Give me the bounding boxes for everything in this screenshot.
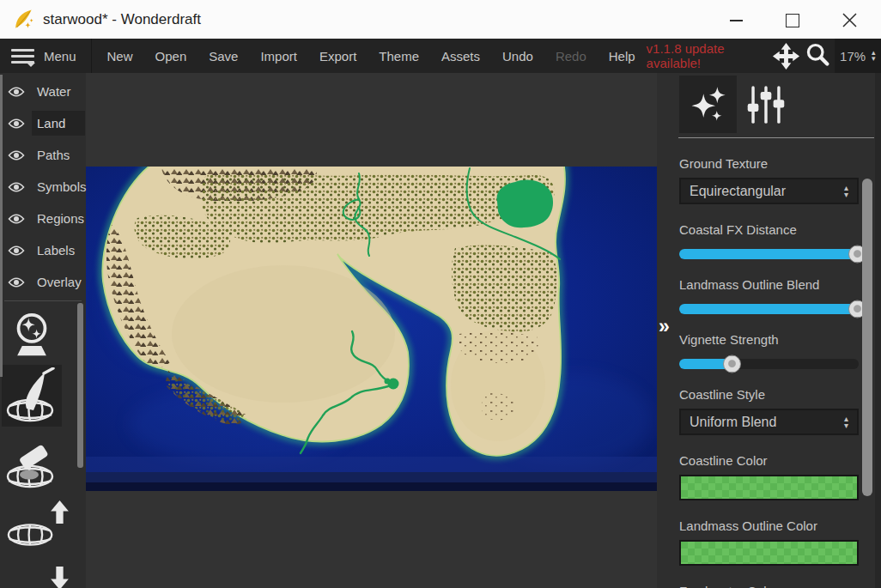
close-button[interactable] — [821, 2, 878, 39]
close-icon — [842, 13, 857, 27]
layer-label: Land — [32, 111, 85, 136]
ground-texture-value: Equirectangular — [690, 184, 786, 199]
settings-tabs — [679, 76, 881, 133]
zoom-tool-button[interactable] — [802, 39, 834, 73]
eye-visibility-icon[interactable] — [8, 245, 25, 257]
coastline-style-label: Coastline Style — [679, 387, 859, 402]
hamburger-icon — [11, 47, 34, 65]
menu-item-undo[interactable]: Undo — [491, 49, 544, 64]
settings-scrollbar[interactable] — [862, 179, 872, 496]
eye-visibility-icon[interactable] — [8, 149, 25, 161]
tab-advanced-sliders[interactable] — [737, 76, 794, 133]
vignette-strength-slider[interactable] — [679, 359, 859, 369]
landmass-outline-blend-slider[interactable] — [679, 304, 859, 314]
menu-item-new[interactable]: New — [96, 49, 144, 64]
layers-scrollbar[interactable] — [0, 75, 3, 377]
eraser-tool-button[interactable] — [0, 432, 86, 490]
tabs-divider — [678, 137, 874, 138]
coastal-fx-distance-label: Coastal FX Distance — [679, 222, 859, 237]
tools-scrollbar[interactable] — [77, 303, 83, 468]
layer-label: Regions — [32, 206, 89, 231]
tab-effects[interactable] — [679, 76, 737, 133]
window-title: starwood* - Wonderdraft — [43, 11, 201, 28]
layer-row-paths[interactable]: Paths — [0, 139, 86, 171]
landmass-outline-blend-label: Landmass Outline Blend — [679, 277, 859, 292]
menu-items: New Open Save Import Export Theme Assets… — [92, 49, 647, 64]
layer-label: Overlay — [32, 270, 87, 294]
update-notice[interactable]: v1.1.8 update available! — [647, 41, 770, 70]
layer-label: Water — [32, 79, 85, 104]
magnifier-icon — [805, 42, 832, 70]
main-menu-button[interactable]: Menu — [0, 39, 92, 73]
layer-row-symbols[interactable]: Symbols — [0, 171, 86, 203]
coastline-style-value: Uniform Blend — [690, 415, 776, 430]
sliders-icon — [746, 85, 786, 124]
menu-item-import[interactable]: Import — [249, 49, 308, 64]
ground-texture-label: Ground Texture — [679, 156, 859, 171]
select-spinner-icon: ▴▾ — [844, 415, 848, 429]
land-brush-icon — [4, 367, 59, 424]
menu-item-export[interactable]: Export — [308, 49, 368, 64]
pan-tool-button[interactable] — [770, 39, 802, 73]
menu-item-redo: Redo — [544, 49, 598, 64]
coastline-color-label: Coastline Color — [679, 453, 859, 468]
minimize-icon — [730, 20, 743, 21]
crystal-ball-tool-button[interactable] — [0, 306, 86, 361]
maximize-button[interactable] — [764, 2, 821, 39]
collapse-panel-button[interactable]: » — [659, 315, 670, 338]
eye-visibility-icon[interactable] — [8, 118, 25, 130]
eye-visibility-icon[interactable] — [8, 276, 25, 288]
menu-item-assets[interactable]: Assets — [430, 49, 491, 64]
layer-label: Paths — [32, 142, 85, 167]
arrow-down-icon — [49, 567, 70, 588]
sparkles-icon — [689, 85, 728, 124]
globe-mesh-icon — [5, 520, 58, 549]
maximize-icon — [786, 14, 799, 27]
selected-tool-highlight — [2, 365, 62, 427]
zoom-spinner-icon[interactable]: ▴▾ — [872, 50, 876, 62]
panel-divider — [4, 300, 82, 301]
minimize-button[interactable] — [708, 2, 764, 39]
wonderdraft-logo-feather-icon — [11, 8, 34, 31]
zoom-level-spinbox[interactable]: 17% ▴▾ — [835, 39, 881, 73]
land-settings-panel: » — [657, 73, 881, 588]
wonderdraft-window: starwood* - Wonderdraft Menu New Open Sa… — [0, 0, 881, 588]
coastline-style-select[interactable]: Uniform Blend ▴▾ — [679, 409, 859, 435]
layer-label: Symbols — [32, 174, 92, 199]
layers-and-tools-panel: Water Land Paths — [0, 73, 86, 588]
menu-bar: Menu New Open Save Import Export Theme A… — [0, 39, 881, 73]
panel-edge — [875, 73, 881, 588]
landmass-outline-color-label: Landmass Outline Color — [679, 518, 859, 533]
canvas-area[interactable] — [86, 73, 657, 588]
land-brush-tool-button[interactable] — [0, 365, 86, 427]
slider-handle[interactable] — [723, 355, 741, 373]
layer-row-labels[interactable]: Labels — [0, 234, 86, 266]
lower-layer-button[interactable] — [0, 567, 86, 588]
layer-row-overlay[interactable]: Overlay — [0, 266, 86, 298]
workspace: Water Land Paths — [0, 73, 881, 588]
crystal-ball-icon — [6, 306, 58, 361]
map-canvas[interactable] — [86, 167, 657, 491]
globe-mesh-tool-button[interactable] — [0, 520, 86, 549]
layer-row-water[interactable]: Water — [0, 76, 86, 107]
menu-item-theme[interactable]: Theme — [368, 49, 430, 64]
menu-item-help[interactable]: Help — [598, 49, 647, 64]
coastal-fx-distance-slider[interactable] — [679, 249, 859, 259]
menu-button-label: Menu — [44, 49, 76, 64]
eye-visibility-icon[interactable] — [8, 86, 25, 98]
menu-item-save[interactable]: Save — [197, 49, 249, 64]
vignette-strength-label: Vignette Strength — [679, 332, 859, 347]
zoom-level-value: 17% — [840, 49, 866, 64]
move-arrows-icon — [772, 42, 800, 70]
landmass-outline-color-swatch[interactable] — [679, 540, 859, 566]
coastline-color-swatch[interactable] — [679, 475, 859, 500]
layer-row-regions[interactable]: Regions — [0, 203, 86, 234]
menu-item-open[interactable]: Open — [144, 49, 198, 64]
select-spinner-icon: ▴▾ — [844, 185, 848, 198]
layer-label: Labels — [32, 238, 85, 263]
ground-texture-select[interactable]: Equirectangular ▴▾ — [679, 178, 859, 204]
freshwater-color-label: Freshwater Color — [679, 584, 859, 588]
layer-row-land[interactable]: Land — [0, 107, 86, 139]
eye-visibility-icon[interactable] — [8, 181, 25, 193]
eye-visibility-icon[interactable] — [8, 213, 25, 225]
